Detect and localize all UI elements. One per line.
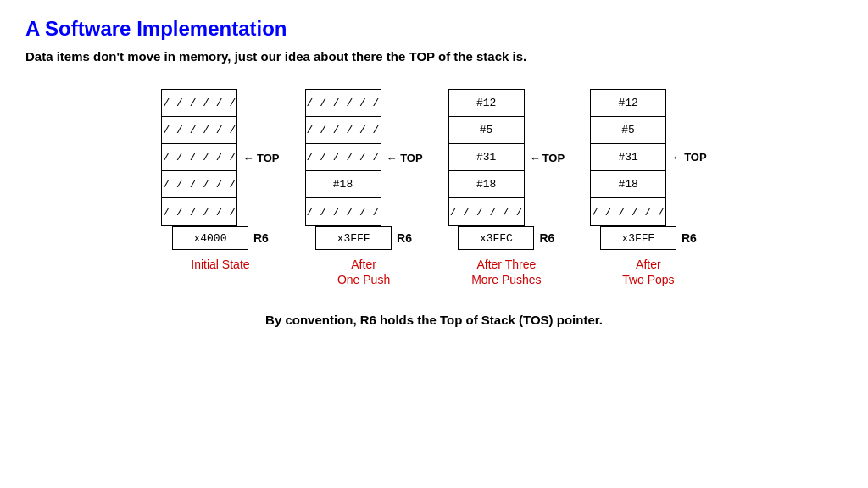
r6-one-push: R6 <box>397 231 412 245</box>
subtitle: Data items don't move in memory, just ou… <box>25 49 843 64</box>
top-arrow-initial: ← TOP <box>242 152 279 164</box>
cell: / / / / / / <box>162 117 236 144</box>
r6-three-pushes: R6 <box>539 231 554 245</box>
addr-two-pops: x3FFE <box>600 226 676 250</box>
cell: / / / / / / <box>162 90 236 117</box>
stack-group-two-pops: #12 #5 #31 #18 / / / / / / ← TOP x3FFE R… <box>590 89 707 287</box>
stack-one-push: / / / / / / / / / / / / / / / / / / #18 … <box>305 89 381 226</box>
cell: / / / / / / <box>306 198 381 225</box>
stack-wrapper-initial: / / / / / / / / / / / / / / / / / / / / … <box>161 89 279 226</box>
cell-top-one-push: #18 <box>306 171 381 198</box>
cell: / / / / / / <box>306 90 381 117</box>
cell-top-two-pops: #31 <box>591 144 665 171</box>
bottom-note: By convention, R6 holds the Top of Stack… <box>25 313 843 327</box>
cell: #31 <box>449 144 524 171</box>
addr-row-three-pushes: x3FFC R6 <box>458 226 554 250</box>
cell: #5 <box>449 117 524 144</box>
addr-initial: x4000 <box>172 226 248 250</box>
top-arrow-one-push: ← TOP <box>387 152 423 164</box>
stack-group-initial: / / / / / / / / / / / / / / / / / / / / … <box>161 89 279 287</box>
cell: #5 <box>591 117 665 144</box>
cell-top-three-pushes: #12 <box>449 90 524 117</box>
cell: / / / / / / <box>449 198 524 225</box>
stack-wrapper-three-pushes: #12 #5 #31 #18 / / / / / / ← TOP <box>448 89 565 226</box>
stack-two-pops: #12 #5 #31 #18 / / / / / / <box>590 89 666 226</box>
cell: #18 <box>591 171 665 198</box>
top-arrow-three-pushes-container: #12 #5 #31 #18 / / / / / / ← TOP <box>448 89 565 226</box>
cell-top-initial: / / / / / / <box>162 198 236 225</box>
stack-initial: / / / / / / / / / / / / / / / / / / / / … <box>161 89 237 226</box>
diagrams-container: / / / / / / / / / / / / / / / / / / / / … <box>25 89 843 287</box>
caption-three-pushes: After ThreeMore Pushes <box>471 257 541 287</box>
cell: / / / / / / <box>306 117 381 144</box>
cell: #18 <box>449 171 524 198</box>
r6-two-pops: R6 <box>682 231 697 245</box>
top-label-two-pops: ← TOP <box>671 143 707 170</box>
stack-wrapper-two-pops: #12 #5 #31 #18 / / / / / / ← TOP <box>590 89 707 226</box>
stack-group-one-push: / / / / / / / / / / / / / / / / / / #18 … <box>305 89 423 287</box>
caption-two-pops: AfterTwo Pops <box>622 257 674 287</box>
caption-one-push: AfterOne Push <box>337 257 390 287</box>
page-title: A Software Implementation <box>25 17 843 41</box>
top-label-three-pushes: ← TOP <box>530 144 565 171</box>
cell: / / / / / / <box>162 144 236 171</box>
cell: #12 <box>591 90 665 117</box>
addr-row-initial: x4000 R6 <box>172 226 269 250</box>
stack-wrapper-one-push: / / / / / / / / / / / / / / / / / / #18 … <box>305 89 423 226</box>
caption-initial: Initial State <box>191 257 249 272</box>
cell: / / / / / / <box>591 198 665 225</box>
addr-one-push: x3FFF <box>315 226 392 250</box>
r6-initial: R6 <box>253 231 269 245</box>
addr-three-pushes: x3FFC <box>458 226 534 250</box>
stack-group-three-pushes: #12 #5 #31 #18 / / / / / / ← TOP x3FFC R… <box>448 89 565 287</box>
cell: / / / / / / <box>162 171 236 198</box>
addr-row-one-push: x3FFF R6 <box>315 226 412 250</box>
addr-row-two-pops: x3FFE R6 <box>600 226 697 250</box>
stack-three-pushes: #12 #5 #31 #18 / / / / / / <box>448 89 525 226</box>
cell: / / / / / / <box>306 144 381 171</box>
